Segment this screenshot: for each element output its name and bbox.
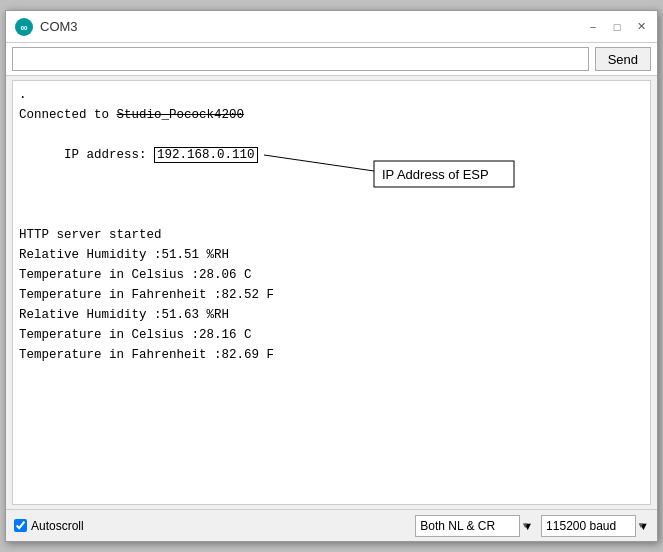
toolbar: Send bbox=[6, 43, 657, 76]
console-line-ip: IP address: 192.168.0.110 IP Address of … bbox=[19, 125, 644, 225]
maximize-button[interactable]: □ bbox=[609, 19, 625, 35]
line-ending-select[interactable]: No line ending Newline Carriage return B… bbox=[415, 515, 520, 537]
line-ending-wrapper[interactable]: No line ending Newline Carriage return B… bbox=[415, 515, 533, 537]
arduino-serial-monitor-window: ∞ COM3 − □ ✕ Send . Connected to Studio_… bbox=[5, 10, 658, 542]
ssid-text: Studio_Pocock4200 bbox=[117, 108, 245, 122]
window-title: COM3 bbox=[40, 19, 585, 34]
baud-rate-wrapper[interactable]: 300 baud 1200 baud 2400 baud 4800 baud 9… bbox=[541, 515, 649, 537]
send-button[interactable]: Send bbox=[595, 47, 651, 71]
annotation-arrow-area: IP Address of ESP bbox=[204, 121, 464, 218]
console-line: Temperature in Celsius :28.06 C bbox=[19, 265, 644, 285]
console-line: Relative Humidity :51.51 %RH bbox=[19, 245, 644, 265]
annotation-text: IP Address of ESP bbox=[382, 167, 489, 182]
autoscroll-text: Autoscroll bbox=[31, 519, 84, 533]
console-line: Relative Humidity :51.63 %RH bbox=[19, 305, 644, 325]
console-line: Temperature in Fahrenheit :82.52 F bbox=[19, 285, 644, 305]
annotation-svg: IP Address of ESP bbox=[264, 141, 464, 191]
minimize-button[interactable]: − bbox=[585, 19, 601, 35]
window-controls: − □ ✕ bbox=[585, 19, 649, 35]
console-output: . Connected to Studio_Pocock4200 IP addr… bbox=[12, 80, 651, 505]
baud-rate-arrow: ▼ bbox=[638, 520, 649, 532]
close-button[interactable]: ✕ bbox=[633, 19, 649, 35]
ip-label: IP address: bbox=[64, 148, 154, 162]
autoscroll-checkbox[interactable] bbox=[14, 519, 27, 532]
titlebar: ∞ COM3 − □ ✕ bbox=[6, 11, 657, 43]
autoscroll-label[interactable]: Autoscroll bbox=[14, 519, 84, 533]
statusbar: Autoscroll No line ending Newline Carria… bbox=[6, 509, 657, 541]
console-line: HTTP server started bbox=[19, 225, 644, 245]
arduino-icon: ∞ bbox=[14, 17, 34, 37]
svg-line-2 bbox=[264, 155, 374, 171]
baud-rate-select[interactable]: 300 baud 1200 baud 2400 baud 4800 baud 9… bbox=[541, 515, 636, 537]
console-line: . bbox=[19, 85, 644, 105]
console-line: Temperature in Celsius :28.16 C bbox=[19, 325, 644, 345]
svg-text:∞: ∞ bbox=[20, 22, 27, 33]
console-line: Temperature in Fahrenheit :82.69 F bbox=[19, 345, 644, 365]
serial-input[interactable] bbox=[12, 47, 589, 71]
line-ending-arrow: ▼ bbox=[522, 520, 533, 532]
